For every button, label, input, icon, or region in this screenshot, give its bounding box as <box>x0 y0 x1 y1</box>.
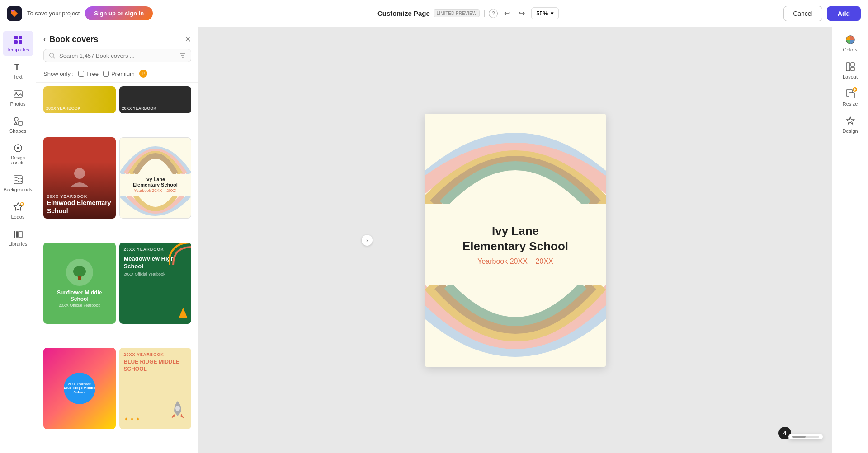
card-badge-blue-ridge: 20XX Yearbook <box>68 383 91 386</box>
sidebar-item-shapes[interactable]: Shapes <box>3 112 33 137</box>
colors-icon <box>845 34 856 45</box>
right-sidebar: Colors Layout Resize <box>832 27 868 453</box>
svg-rect-20 <box>78 276 81 280</box>
sign-in-button[interactable]: Sign up or sign in <box>85 6 153 20</box>
template-card-ivy-lane[interactable]: Ivy Lane Elementary School Yearbook 20XX… <box>119 137 192 219</box>
premium-filter-label[interactable]: Premium <box>103 70 135 77</box>
search-bar <box>43 49 191 62</box>
assets-icon <box>13 143 24 154</box>
panel-header: ‹ Book covers ✕ <box>36 27 198 49</box>
help-icon[interactable]: ? <box>489 9 498 18</box>
template-card-elmwood[interactable]: 20XX YEARBOOK Elmwood Elementary School <box>43 137 116 219</box>
svg-rect-3 <box>19 40 22 44</box>
free-checkbox[interactable] <box>78 71 84 77</box>
sidebar-item-logos[interactable]: P Logos <box>3 198 33 223</box>
back-arrow-icon[interactable]: ‹ <box>43 35 46 43</box>
card-label: 20XX YEARBOOK <box>122 106 156 111</box>
sidebar-item-templates[interactable]: Templates <box>3 31 33 56</box>
template-card-blue-ridge[interactable]: 20XX Yearbook Blue Ridge Middle School <box>43 348 116 429</box>
sidebar-label-design: Design <box>842 128 858 134</box>
template-card-space[interactable]: 20XX YEARBOOK BLUE RIDGE MIDDLE SCHOOL ✦… <box>119 348 192 429</box>
sidebar-label-templates: Templates <box>6 47 29 52</box>
sidebar-item-design-assets[interactable]: Design assets <box>3 139 33 169</box>
sidebar-item-text[interactable]: T Text <box>3 58 33 83</box>
sidebar-label-layout: Layout <box>843 74 858 79</box>
filter-bar: Show only : Free Premium P <box>36 67 198 83</box>
search-input[interactable] <box>59 52 175 59</box>
sidebar-label-libraries: Libraries <box>8 241 27 247</box>
svg-rect-24 <box>851 63 854 66</box>
bottom-rainbow-svg <box>425 285 606 367</box>
card-school-blue-ridge: Blue Ridge Middle School <box>64 386 95 394</box>
main-layout: Templates T Text Photos Shapes <box>0 27 868 453</box>
sidebar-label-backgrounds: Backgrounds <box>3 187 32 192</box>
photo-placeholder-icon <box>66 164 93 191</box>
svg-text:P: P <box>21 203 23 206</box>
premium-checkbox[interactable] <box>103 71 109 77</box>
undo-button[interactable]: ↩ <box>501 6 513 20</box>
photo-icon <box>13 89 24 99</box>
cancel-button[interactable]: Cancel <box>783 6 822 21</box>
design-icon <box>845 116 856 126</box>
scroll-indicator <box>788 434 823 439</box>
sidebar-label-colors: Colors <box>843 47 858 52</box>
sidebar-item-photos[interactable]: Photos <box>3 85 33 110</box>
topbar-left: To save your project Sign up or sign in <box>7 6 153 21</box>
tree-circle <box>66 259 93 286</box>
zoom-chevron-icon: ▾ <box>551 10 554 17</box>
triangle-decoration <box>179 308 188 318</box>
panel-toggle-button[interactable]: › <box>362 235 373 246</box>
template-card-partial-1[interactable]: 20XX YEARBOOK <box>43 86 116 113</box>
close-panel-button[interactable]: ✕ <box>184 34 191 44</box>
card-school-space: BLUE RIDGE MIDDLE SCHOOL <box>124 359 187 373</box>
sidebar-item-colors[interactable]: Colors <box>835 31 866 56</box>
logos-icon: P <box>13 201 24 212</box>
card-title: Ivy Lane <box>133 177 178 182</box>
add-button[interactable]: Add <box>827 6 861 21</box>
topbar: To save your project Sign up or sign in … <box>0 0 868 27</box>
svg-rect-11 <box>14 176 22 184</box>
svg-rect-14 <box>14 231 15 238</box>
sidebar-item-design[interactable]: Design <box>835 112 866 137</box>
svg-rect-1 <box>19 36 22 39</box>
template-card-partial-2[interactable]: 20XX YEARBOOK <box>119 86 192 113</box>
scroll-bar <box>792 436 819 438</box>
svg-point-21 <box>175 406 180 411</box>
card-yearbook: Yearbook 20XX – 20XX <box>133 188 178 193</box>
app-logo <box>7 6 22 21</box>
svg-rect-5 <box>14 91 22 97</box>
template-card-sunflower[interactable]: Sunflower Middle School 20XX Official Ye… <box>43 243 116 324</box>
template-card-meadowview[interactable]: 20XX YEARBOOK Meadowview High School 20X… <box>119 243 192 324</box>
zoom-selector[interactable]: 55% ▾ <box>531 7 559 19</box>
top-rainbow-svg <box>425 114 606 204</box>
layout-icon <box>845 61 856 72</box>
filter-icon[interactable] <box>179 52 186 59</box>
divider: | <box>483 9 485 18</box>
doc-center-text: Ivy Lane Elementary School Yearbook 20XX… <box>453 219 577 271</box>
sidebar-label-text: Text <box>13 74 22 79</box>
card-subtitle: Elementary School <box>133 182 178 187</box>
left-sidebar: Templates T Text Photos Shapes <box>0 27 36 453</box>
sidebar-item-resize[interactable]: Resize <box>835 85 866 110</box>
svg-point-19 <box>73 266 86 277</box>
libraries-icon <box>13 229 24 239</box>
limited-preview-badge: LIMITED PREVIEW <box>434 9 480 17</box>
sidebar-item-layout[interactable]: Layout <box>835 58 866 83</box>
bg-icon <box>13 174 24 185</box>
svg-rect-25 <box>851 67 854 71</box>
sidebar-label-resize: Resize <box>843 101 858 107</box>
redo-button[interactable]: ↪ <box>516 6 528 20</box>
rainbow-bottom <box>425 285 606 367</box>
shapes-icon <box>13 116 24 126</box>
grid-icon <box>13 34 24 45</box>
chevron-right-icon: › <box>366 238 368 243</box>
sidebar-item-backgrounds[interactable]: Backgrounds <box>3 171 33 196</box>
resize-icon <box>845 89 856 99</box>
sidebar-item-libraries[interactable]: Libraries <box>3 225 33 250</box>
free-filter-label[interactable]: Free <box>78 70 99 77</box>
rainbow-top <box>425 114 606 204</box>
tree-icon <box>71 263 89 281</box>
yearbook-label: Yearbook 20XX – 20XX <box>462 257 568 266</box>
page-title: Customize Page <box>377 9 430 17</box>
scroll-thumb <box>792 436 806 438</box>
